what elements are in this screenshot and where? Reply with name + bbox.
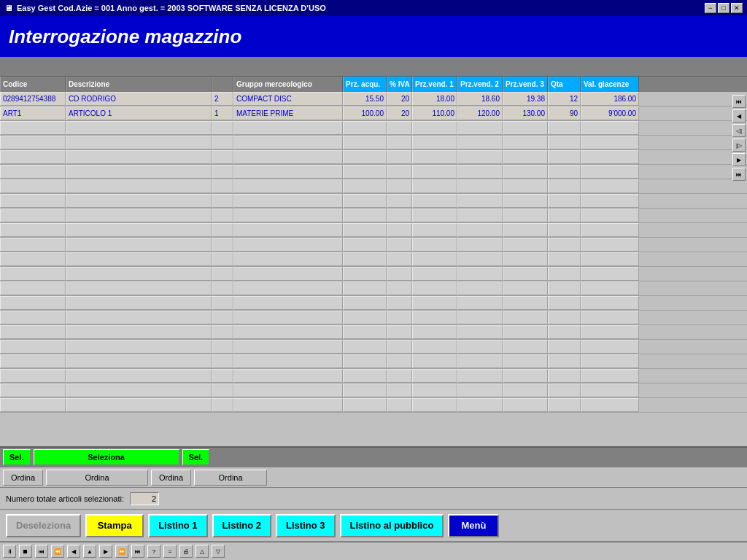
table-cell-empty	[66, 340, 212, 354]
col-codice[interactable]: Codice	[0, 77, 66, 92]
task-arrow-up[interactable]: △	[196, 545, 209, 558]
table-cell-empty	[503, 150, 548, 164]
menu-button[interactable]: Menù	[448, 514, 499, 537]
col-prz-v3[interactable]: Prz.vend. 3	[503, 77, 548, 92]
table-cell-empty	[548, 267, 581, 281]
table-cell-empty	[233, 267, 343, 281]
table-row-empty	[0, 325, 747, 340]
table-cell-empty	[66, 384, 212, 397]
col-qta[interactable]: Qta	[548, 77, 581, 92]
table-cell-empty	[548, 296, 581, 310]
sel-button-1[interactable]: Sel.	[3, 449, 31, 465]
seleziona-button[interactable]: Seleziona	[34, 449, 179, 465]
table-cell-empty	[0, 238, 66, 252]
table-cell-empty	[412, 296, 457, 310]
table-cell-empty	[387, 238, 412, 252]
table-cell: MATERIE PRIME	[233, 106, 343, 120]
table-cell-empty	[503, 179, 548, 193]
task-next-next[interactable]: ⏩	[115, 545, 128, 558]
sel-button-2[interactable]: Sel.	[182, 449, 210, 465]
table-cell-empty	[581, 398, 639, 412]
scroll-first[interactable]: ⏮	[732, 95, 746, 108]
table-cell: CD RODRIGO	[66, 92, 212, 106]
table-cell-empty	[233, 340, 343, 354]
table-row-empty	[0, 354, 747, 369]
minimize-button[interactable]: −	[705, 3, 716, 13]
table-cell-empty	[0, 150, 66, 164]
table-cell-empty	[503, 398, 548, 412]
table-cell: 90	[548, 106, 581, 120]
table-cell: 186.00	[581, 92, 639, 106]
scroll-prev[interactable]: ◁|	[732, 124, 746, 137]
col-prz-v1[interactable]: Prz.vend. 1	[412, 77, 457, 92]
table-cell-empty	[387, 267, 412, 281]
scroll-prev-page[interactable]: ◀	[732, 109, 746, 122]
table-row[interactable]: ART1ARTICOLO 11MATERIE PRIME100.0020110.…	[0, 106, 747, 121]
table-cell-empty	[581, 325, 639, 339]
order-btn-1[interactable]: Ordina	[3, 470, 43, 486]
deseleziona-button[interactable]: Deseleziona	[6, 514, 81, 537]
task-first[interactable]: ⏮	[35, 545, 48, 558]
scroll-next[interactable]: ▶	[732, 153, 746, 166]
task-print[interactable]: 🖨	[179, 545, 193, 558]
col-iva[interactable]: % IVA	[387, 77, 412, 92]
listino-pubblico-button[interactable]: Listino al pubblico	[340, 514, 444, 537]
table-cell-empty	[548, 179, 581, 193]
table-cell-empty	[233, 238, 343, 252]
table-cell-empty	[0, 223, 66, 237]
table-cell-empty	[233, 150, 343, 164]
stampa-button[interactable]: Stampa	[85, 514, 144, 537]
order-btn-4[interactable]: Ordina	[194, 470, 267, 486]
col-gruppo-desc[interactable]: Gruppo merceologico	[233, 77, 343, 92]
table-cell-empty	[212, 398, 233, 412]
col-prz-acq[interactable]: Prz. acqu.	[343, 77, 387, 92]
task-pause[interactable]: ⏸	[3, 545, 16, 558]
table-cell-empty	[233, 194, 343, 208]
table-cell-empty	[412, 340, 457, 354]
table-cell-empty	[212, 121, 233, 135]
col-descrizione[interactable]: Descrizione	[66, 77, 212, 92]
table-cell-empty	[457, 252, 503, 266]
listino3-button[interactable]: Listino 3	[276, 514, 335, 537]
table-cell-empty	[548, 369, 581, 383]
task-eq[interactable]: =	[163, 545, 177, 558]
table-cell-empty	[212, 384, 233, 397]
task-help[interactable]: ?	[147, 545, 160, 558]
table-cell-empty	[503, 311, 548, 324]
order-btn-2[interactable]: Ordina	[46, 470, 148, 486]
close-button[interactable]: ✕	[731, 3, 743, 13]
table-cell-empty	[66, 281, 212, 295]
app-icon: 🖥	[4, 4, 12, 12]
table-cell-empty	[343, 296, 387, 310]
listino1-button[interactable]: Listino 1	[148, 514, 207, 537]
table-cell-empty	[212, 150, 233, 164]
col-prz-v2[interactable]: Prz.vend. 2	[457, 77, 503, 92]
col-gruppo[interactable]	[212, 77, 233, 92]
task-last[interactable]: ⏭	[131, 545, 144, 558]
table-cell-empty	[412, 281, 457, 295]
listino2-button[interactable]: Listino 2	[212, 514, 271, 537]
table-cell-empty	[212, 296, 233, 310]
task-arrow-down[interactable]: ▽	[212, 545, 225, 558]
task-stop[interactable]: ⏹	[19, 545, 32, 558]
order-btn-3[interactable]: Ordina	[151, 470, 191, 486]
table-row-empty	[0, 121, 747, 136]
table-cell-empty	[0, 354, 66, 368]
selection-bar: Sel. Seleziona Sel.	[0, 446, 747, 467]
table-cell-empty	[457, 340, 503, 354]
task-prev[interactable]: ◀	[67, 545, 80, 558]
scroll-next-page[interactable]: |▷	[732, 139, 746, 152]
col-val-giac[interactable]: Val. giacenze	[581, 77, 639, 92]
table-cell-empty	[212, 238, 233, 252]
table-cell-empty	[548, 165, 581, 179]
status-label: Numero totale articoli selezionati:	[6, 494, 124, 503]
task-next[interactable]: ▶	[99, 545, 112, 558]
table-cell-empty	[387, 354, 412, 368]
maximize-button[interactable]: □	[718, 3, 729, 13]
scroll-last[interactable]: ⏭	[732, 168, 746, 181]
task-up[interactable]: ▲	[83, 545, 96, 558]
table-row[interactable]: 0289412754388CD RODRIGO2COMPACT DISC15.5…	[0, 92, 747, 106]
table-cell-empty	[212, 325, 233, 339]
table-cell: 20	[387, 92, 412, 106]
task-prev-prev[interactable]: ⏪	[51, 545, 64, 558]
